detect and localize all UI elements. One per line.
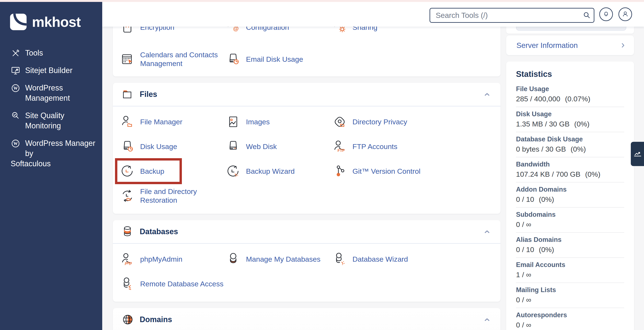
- sidebar-item-wordpress-management[interactable]: WWordPress Management: [11, 83, 97, 103]
- web-disk-icon: [226, 140, 240, 153]
- tool-item-label[interactable]: Sharing: [352, 26, 377, 32]
- manage-databases-icon: [226, 252, 240, 266]
- brand-logo[interactable]: mkhost: [0, 2, 102, 30]
- search-icon[interactable]: [582, 10, 592, 20]
- tool-item-directory-privacy[interactable]: Directory Privacy: [333, 110, 493, 134]
- tool-item-sharing[interactable]: Sharing: [333, 26, 493, 43]
- databases-collapse-button[interactable]: [482, 227, 492, 236]
- chevron-right-icon: [619, 42, 627, 49]
- sidebar-item-site-quality-monitoring[interactable]: Site Quality Monitoring: [11, 110, 97, 131]
- tool-item-configuration[interactable]: @Configuration: [226, 26, 333, 43]
- databases-section-header: Databases: [113, 220, 500, 244]
- tool-item-manage-my-databases[interactable]: Manage My Databases: [226, 247, 333, 272]
- stat-label: Alias Domains: [516, 236, 624, 244]
- domains-globe-icon: [122, 313, 134, 326]
- tool-item-images[interactable]: Images: [226, 110, 333, 134]
- files-folder-icon: [122, 88, 134, 101]
- server-information-card[interactable]: Server Information: [506, 36, 634, 55]
- file-manager-icon: [120, 115, 134, 128]
- tool-item-encryption[interactable]: Encryption: [120, 26, 226, 43]
- tool-item-label[interactable]: Calendars and Contacts Management: [140, 50, 226, 68]
- ftp-accounts-icon: FTP: [333, 140, 346, 153]
- tool-item-backup-wizard[interactable]: Backup Wizard: [226, 159, 333, 184]
- file-directory-restoration-icon: [120, 189, 134, 203]
- tool-item-label[interactable]: Disk Usage: [140, 142, 177, 151]
- search-input[interactable]: [430, 8, 594, 23]
- tool-item-label[interactable]: phpMyAdmin: [140, 255, 182, 264]
- stat-percentage: (0%): [574, 120, 590, 128]
- stat-value: 1.35 MB / 30 GB(0%): [516, 120, 624, 128]
- sidebar-item-tools[interactable]: Tools: [11, 48, 97, 58]
- tool-item-ftp-accounts[interactable]: FTPFTP Accounts: [333, 134, 493, 159]
- domains-collapse-button[interactable]: [482, 315, 492, 324]
- stat-percentage: (0%): [570, 145, 586, 153]
- tool-item-label[interactable]: Email Disk Usage: [246, 55, 303, 64]
- tools-icon: [11, 48, 20, 58]
- tool-item-label[interactable]: Database Wizard: [352, 255, 408, 264]
- stat-value: 0 bytes / 30 GB(0%): [516, 145, 624, 153]
- tool-item-label[interactable]: Manage My Databases: [246, 255, 320, 264]
- tool-item-email-disk-usage[interactable]: Email Disk Usage: [226, 43, 333, 75]
- databases-items-grid: phpphpMyAdminManage My DatabasesDatabase…: [113, 244, 500, 302]
- tool-item-label[interactable]: FTP Accounts: [352, 142, 398, 151]
- stat-percentage: (0%): [585, 170, 600, 178]
- stat-row-disk-usage: Disk Usage1.35 MB / 30 GB(0%): [516, 107, 624, 132]
- email-items-grid: Encryption@ConfigurationSharingCalendars…: [113, 26, 500, 76]
- git-version-control-icon: [333, 164, 346, 178]
- tool-item-label[interactable]: Directory Privacy: [352, 118, 407, 126]
- notifications-button[interactable]: [599, 8, 613, 21]
- databases-icon: [122, 225, 134, 238]
- stat-row-database-disk-usage: Database Disk Usage0 bytes / 30 GB(0%): [516, 132, 624, 157]
- sidebar-item-label: WordPress Manager bySoftaculous: [25, 138, 97, 169]
- tool-item-remote-database-access[interactable]: Remote Database Access: [120, 272, 226, 296]
- tool-item-label[interactable]: Remote Database Access: [140, 280, 224, 288]
- phpmyadmin-icon: php: [120, 252, 134, 266]
- tool-item-label[interactable]: Backup: [140, 167, 164, 176]
- backup-wizard-icon: [226, 164, 240, 178]
- stat-label: Autoresponders: [516, 311, 624, 319]
- tool-item-label[interactable]: Git™ Version Control: [352, 167, 420, 176]
- stat-row-mailing-lists: Mailing Lists0 / ∞: [516, 283, 624, 308]
- mkhost-logo-icon: [10, 14, 27, 30]
- tool-item-label[interactable]: Encryption: [140, 26, 174, 32]
- tool-item-file-and-directory-restoration[interactable]: File and Directory Restoration: [120, 184, 226, 208]
- sidebar-item-label: Sitejet Builder: [25, 65, 72, 76]
- tool-item-file-manager[interactable]: File Manager: [120, 110, 226, 134]
- site-quality-icon: [11, 111, 20, 121]
- statistics-panel-toggle[interactable]: [631, 142, 644, 166]
- stat-value: 0 / ∞: [516, 220, 624, 229]
- svg-text:W: W: [14, 86, 18, 90]
- tool-item-backup[interactable]: Backup: [120, 159, 226, 184]
- svg-text:php: php: [125, 261, 132, 265]
- stat-label: File Usage: [516, 85, 624, 93]
- tool-item-label[interactable]: File Manager: [140, 118, 182, 126]
- content-area: Encryption@ConfigurationSharingCalendars…: [102, 26, 644, 330]
- bell-icon: [602, 10, 610, 19]
- tool-item-web-disk[interactable]: Web Disk: [226, 134, 333, 159]
- chart-icon: [633, 149, 642, 159]
- topbar: [102, 2, 644, 26]
- chevron-up-icon: [482, 97, 492, 100]
- statistics-title: Statistics: [516, 69, 624, 79]
- tool-item-database-wizard[interactable]: Database Wizard: [333, 247, 493, 272]
- tool-item-label[interactable]: Backup Wizard: [246, 167, 295, 176]
- tool-item-git-version-control[interactable]: Git™ Version Control: [333, 159, 493, 184]
- sidebar-item-wordpress-manager-by-softaculous[interactable]: WWordPress Manager bySoftaculous: [11, 138, 97, 169]
- tool-item-label[interactable]: Configuration: [246, 26, 289, 32]
- tool-item-label[interactable]: File and Directory Restoration: [140, 187, 226, 204]
- tool-item-label[interactable]: Images: [246, 118, 270, 126]
- stat-percentage: (0%): [539, 195, 554, 203]
- account-button[interactable]: [618, 8, 632, 21]
- statistics-card: Statistics File Usage285 / 400,000(0.07%…: [506, 62, 634, 330]
- stat-label: Subdomains: [516, 211, 624, 218]
- tool-item-calendars-and-contacts-management[interactable]: Calendars and Contacts Management: [120, 43, 226, 75]
- search-wrap: [430, 8, 594, 23]
- tool-item-phpmyadmin[interactable]: phpphpMyAdmin: [120, 247, 226, 272]
- database-wizard-icon: [333, 252, 346, 266]
- files-collapse-button[interactable]: [482, 90, 492, 99]
- sidebar-item-sitejet-builder[interactable]: Sitejet Builder: [11, 65, 97, 76]
- tool-item-label[interactable]: Web Disk: [246, 142, 277, 151]
- files-section-header: Files: [113, 83, 500, 106]
- stat-row-addon-domains: Addon Domains0 / 10(0%): [516, 182, 624, 208]
- tool-item-disk-usage[interactable]: Disk Usage: [120, 134, 226, 159]
